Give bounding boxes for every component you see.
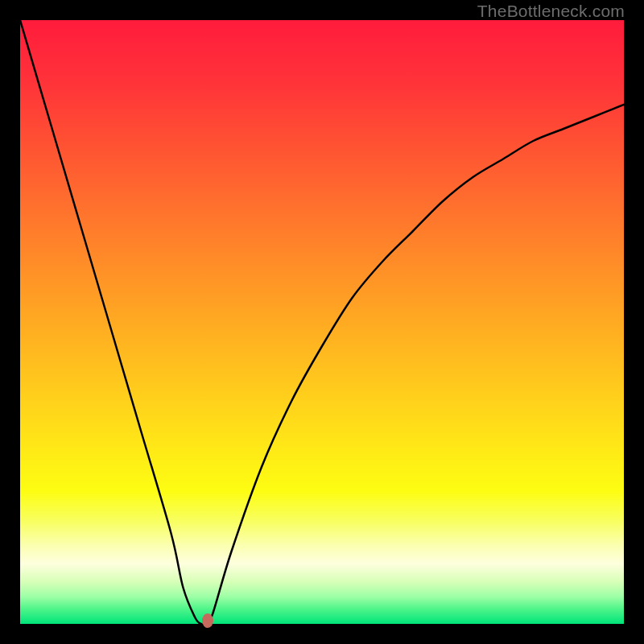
bottleneck-curve	[20, 20, 624, 624]
chart-frame: TheBottleneck.com	[0, 0, 644, 644]
curve-layer	[20, 20, 624, 624]
optimum-marker	[202, 613, 213, 628]
watermark-text: TheBottleneck.com	[477, 2, 625, 21]
plot-area	[20, 20, 624, 624]
